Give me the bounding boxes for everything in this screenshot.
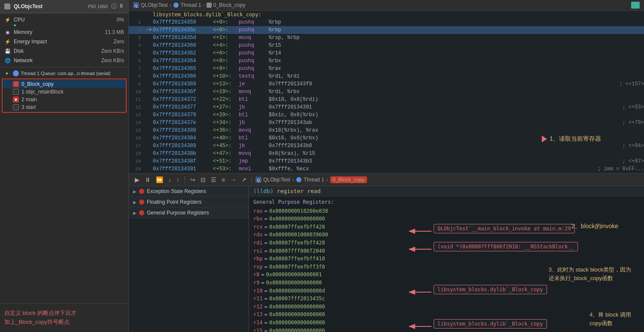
frame-2-breakpoint-icon: ■ — [13, 97, 19, 103]
dbg-btn-b[interactable]: ⊟ — [199, 175, 207, 184]
disk-metric: 💾 Disk Zero KB/s — [0, 46, 128, 56]
disk-icon: 💾 — [4, 48, 11, 54]
disasm-line-15: 15 0x7fff20134380 <+36>: movq 0x18(%rbx)… — [129, 127, 644, 134]
disasm-line-11: 11 0x7fff20134372 <+22>: btl $0x18, 0x8(… — [129, 96, 644, 103]
line-num-1: 1 — [129, 20, 144, 25]
exception-reg-icon — [139, 189, 144, 194]
svg-rect-3 — [207, 3, 212, 8]
reg-group-exception-header[interactable]: ▶ Exception State Registers — [129, 186, 249, 196]
toolbar-sep-bc2: › — [326, 176, 328, 184]
disasm-line-3: 3 0x7fff2013435d <+1>: movq %rsp, %rbp — [129, 34, 644, 42]
disasm-line-19: 19 0x7fff2013438f <+51>: jmp 0x7fff20134… — [129, 157, 644, 165]
frame-1-icon: □ — [13, 89, 19, 95]
top-breadcrumb: Q QLObjcTest › Thread 1 › 0_Block_copy — [129, 0, 644, 11]
disasm-area[interactable]: libsystem_blocks.dylib`_Block_copy: 1 0x… — [129, 11, 644, 173]
exception-reg-label: Exception State Registers — [147, 188, 206, 194]
annotation-4-text: 4、将 block 调用 copy函数 — [589, 311, 631, 326]
app-pid: PID 1660 — [88, 4, 108, 9]
frame-2-label: 2 main — [21, 97, 37, 103]
annotation-1-text: 1、读取当前寄存器 — [550, 135, 601, 143]
reg-r13: r13=0x0000000000000000 — [253, 311, 334, 319]
network-label: Network — [14, 57, 99, 63]
thread-breadcrumb-icon — [173, 2, 179, 8]
mnem-2: pushq — [239, 27, 269, 33]
reg-r10: r10=0x000000000000000d — [253, 287, 334, 295]
line-num-4: 4 — [129, 43, 144, 48]
bottom-content: ▶ Exception State Registers ▶ Floating P… — [129, 186, 644, 332]
dbg-btn-a[interactable]: ↪ — [188, 175, 197, 184]
stack-frame-2[interactable]: ■ 2 main — [3, 96, 126, 103]
terminal-area[interactable]: (lldb) register read General Purpose Reg… — [249, 186, 644, 332]
stack-frame-1[interactable]: □ 1 objc_retainBlock — [3, 88, 126, 96]
dbg-btn-d[interactable]: ≡ — [220, 175, 227, 184]
reg-r8: r8=0x0000000000000001 — [253, 271, 334, 279]
pause-button[interactable]: ⏸ — [143, 175, 152, 184]
disasm-line-8: 8 0x7fff20134366 <+10>: testq %rdi, %rdi — [129, 72, 644, 80]
sep2: › — [203, 2, 205, 8]
toolbar-thread-name: Thread 1 — [304, 177, 324, 183]
reg-group-float-header[interactable]: ▶ Floating Point Registers — [129, 197, 249, 207]
addr-3: 0x7fff2013435d — [153, 35, 213, 41]
float-reg-icon — [139, 199, 144, 205]
continue-button[interactable]: ▶ — [133, 175, 141, 184]
step-into-button[interactable]: ↓ — [167, 175, 173, 184]
disasm-line-17: 17 0x7fff20134389 <+45>: jb 0x7fff201343… — [129, 142, 644, 150]
svg-text:Q: Q — [134, 3, 137, 8]
toolbar-sep-bc1: › — [292, 176, 294, 184]
terminal-prompt: (lldb) — [253, 188, 273, 194]
disasm-indicator[interactable] — [631, 2, 640, 9]
reg-rdx: rdx=0x00000001000039600 — [253, 231, 334, 239]
toolbar-sep-1 — [185, 176, 185, 183]
right-panel: Q QLObjcTest › Thread 1 › 0_Block_copy l… — [129, 0, 644, 332]
step-over-button[interactable]: ⏩ — [154, 175, 165, 184]
disasm-line-1: 1 0x7fff20134359 <+0>: pushq %rbp — [129, 18, 644, 26]
network-icon: 🌐 — [4, 57, 11, 64]
mnem-3: movq — [239, 35, 269, 41]
disasm-line-20: 20 0x7fff20134391 <+53>: movl $0xfffe, %… — [129, 165, 644, 173]
thread-icon — [13, 70, 19, 76]
info-icon[interactable]: ⓘ — [111, 3, 117, 10]
pause-icon[interactable]: ⏸ — [118, 3, 124, 10]
cpu-value: 0% — [117, 17, 124, 23]
annotation-text: 自定义 block 的断点停下后才 加上_Block_copy符号断点 — [4, 310, 76, 325]
stack-frame-0[interactable]: □ 0_Block_copy — [3, 80, 126, 88]
offset-2: <+0>: — [213, 27, 239, 33]
line-num-2: 2 — [129, 27, 144, 33]
reg-group-exception: ▶ Exception State Registers — [129, 186, 249, 197]
disasm-line-12: 12 0x7fff20134377 <+27>: jb 0x7fff201343… — [129, 103, 644, 111]
toolbar-frame-name: 0_Block_copy — [330, 176, 368, 183]
thread-header[interactable]: ▼ Thread 1 Queue: com.ap...n-thread (ser… — [0, 69, 128, 78]
callout-3: libsystem_blocks.dylib`_Block_copy — [434, 285, 547, 294]
memory-icon: ◉ — [4, 29, 11, 36]
offset-1: <+0>: — [213, 19, 239, 25]
dbg-btn-f[interactable]: ↗ — [240, 175, 248, 184]
callout-1-text: QLObjcTest`__main_block_invoke at main.m… — [437, 226, 571, 232]
general-group-arrow: ▶ — [133, 211, 137, 215]
energy-icon: ⚡ — [4, 38, 11, 45]
reg-rax: rax=0x0000000010200e038 — [253, 207, 334, 215]
callout-3-arrow — [408, 286, 434, 299]
breadcrumb-frame: 0_Block_copy — [213, 2, 246, 8]
disasm-line-9: 9 0x7fff20134369 <+13>: je 0x7fff201343f… — [129, 80, 644, 88]
cpu-icon: ⚡ — [4, 16, 11, 23]
frame-0-icon: □ — [13, 81, 19, 87]
reg-group-general-header[interactable]: ▶ General Purpose Registers — [129, 208, 249, 218]
exception-group-arrow: ▶ — [133, 189, 137, 194]
network-metric: 🌐 Network Zero KB/s — [0, 56, 128, 65]
stack-frame-3[interactable]: □ 3 start — [3, 103, 126, 111]
reg-rdi: rdi=0x00007ffeefbff428 — [253, 239, 334, 247]
reg-r12: r12=0x0000000000000000 — [253, 303, 334, 311]
dbg-btn-e[interactable]: → — [228, 175, 238, 184]
dbg-btn-c[interactable]: ☰ — [209, 175, 218, 184]
disasm-line-7: 7 0x7fff20134365 <+9>: pushq %rax — [129, 65, 644, 72]
disasm-line-2: 2 -> 0x7fff2013435c <+0>: pushq %rbp — [129, 26, 644, 34]
addr-1: 0x7fff20134359 — [153, 19, 213, 25]
reg-rcx: rcx=0x00007ffeefbff428 — [253, 223, 334, 231]
output-title: General Purpose Registers: — [253, 198, 640, 206]
memory-label: Memory — [14, 29, 102, 35]
svg-point-2 — [173, 3, 179, 8]
header-actions: ⓘ ⏸ — [111, 3, 124, 10]
thread-name: Thread 1 Queue: com.ap...n-thread (seria… — [21, 71, 126, 76]
toolbar-sep-2 — [252, 176, 252, 183]
step-out-button[interactable]: ↑ — [175, 175, 181, 184]
